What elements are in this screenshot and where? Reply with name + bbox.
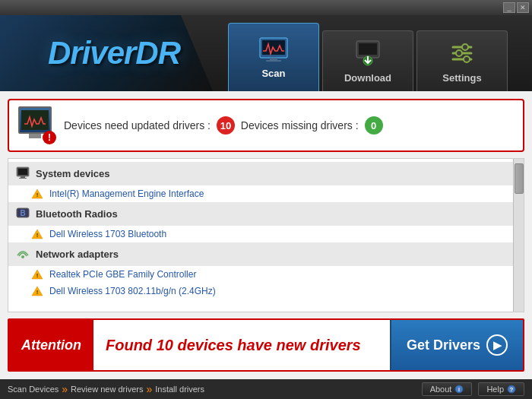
system-devices-icon: [16, 166, 30, 182]
nav-tabs: Scan Download: [228, 15, 508, 91]
category-bluetooth: B Bluetooth Radios: [8, 202, 524, 226]
svg-rect-16: [21, 176, 25, 178]
device-list-inner: System devices ! Intel(R) Management Eng…: [8, 159, 524, 302]
warning-icon: !: [31, 269, 43, 280]
about-label: About: [430, 385, 452, 394]
warning-icon: !: [31, 229, 43, 239]
breadcrumb-review: Review new drivers: [71, 385, 143, 394]
svg-text:!: !: [36, 192, 39, 198]
device-name: Dell Wireless 1703 Bluetooth: [49, 229, 166, 239]
bluetooth-icon: B: [16, 206, 30, 222]
breadcrumb-install: Install drivers: [155, 385, 204, 394]
attention-bar: Attention Found 10 devices have new driv…: [8, 318, 524, 372]
title-bar: _ ✕: [0, 0, 532, 15]
download-tab-label: Download: [344, 72, 391, 84]
breadcrumb-separator-1: »: [62, 383, 68, 395]
svg-text:B: B: [20, 209, 25, 217]
svg-text:?: ?: [510, 386, 514, 393]
scrollbar-thumb[interactable]: [515, 163, 524, 194]
help-button[interactable]: Help ?: [478, 382, 524, 396]
content-area: ! Devices need updated drivers : 10 Devi…: [0, 91, 532, 379]
scan-tab-icon: [258, 36, 289, 65]
status-bar: ! Devices need updated drivers : 10 Devi…: [8, 99, 524, 152]
tab-download[interactable]: Download: [322, 30, 413, 91]
svg-rect-15: [18, 169, 27, 175]
breadcrumb-separator-2: »: [146, 383, 152, 395]
list-item[interactable]: ! Realtek PCIe GBE Family Controller: [8, 266, 524, 283]
device-list: System devices ! Intel(R) Management Eng…: [8, 158, 524, 312]
main-window: DriverDR Scan: [0, 15, 532, 399]
list-item[interactable]: ! Intel(R) Management Engine Interface: [8, 185, 524, 202]
svg-rect-3: [266, 60, 281, 62]
svg-rect-5: [359, 43, 377, 55]
header: DriverDR Scan: [0, 15, 532, 91]
list-item[interactable]: ! Dell Wireless 1703 Bluetooth: [8, 226, 524, 242]
logo-area: DriverDR: [0, 15, 213, 91]
device-name: Intel(R) Management Engine Interface: [49, 188, 204, 199]
footer: Scan Devices » Review new drivers » Inst…: [0, 379, 532, 399]
logo-text: DriverDR: [48, 35, 180, 71]
network-icon: [16, 246, 30, 262]
warning-badge: !: [43, 131, 56, 144]
about-icon: i: [454, 385, 464, 394]
svg-text:!: !: [36, 289, 39, 296]
warning-icon: !: [31, 286, 43, 296]
scrollbar[interactable]: [513, 159, 524, 312]
tab-scan[interactable]: Scan: [228, 23, 319, 91]
get-drivers-button[interactable]: Get Drivers ▶: [390, 320, 523, 370]
arrow-circle-icon: ▶: [486, 334, 508, 356]
attention-label: Attention: [9, 320, 93, 370]
close-button[interactable]: ✕: [517, 2, 529, 13]
status-text: Devices need updated drivers : 10 Device…: [64, 116, 514, 135]
scan-tab-label: Scan: [261, 68, 285, 79]
svg-point-12: [456, 50, 462, 56]
device-name: Dell Wireless 1703 802.11b/g/n (2.4GHz): [49, 286, 216, 296]
minimize-button[interactable]: _: [503, 2, 515, 13]
svg-point-13: [464, 56, 470, 62]
devices-missing-label: Devices missing drivers :: [241, 119, 359, 131]
attention-message: Found 10 devices have new drivers: [93, 320, 390, 370]
svg-point-24: [21, 255, 24, 258]
list-item[interactable]: ! Dell Wireless 1703 802.11b/g/n (2.4GHz…: [8, 283, 524, 299]
get-drivers-label: Get Drivers: [407, 337, 480, 353]
footer-breadcrumb: Scan Devices » Review new drivers » Inst…: [8, 383, 204, 395]
svg-text:!: !: [36, 272, 39, 279]
help-icon: ?: [507, 385, 516, 394]
svg-text:!: !: [36, 232, 39, 239]
help-label: Help: [486, 385, 504, 394]
category-network: Network adapters: [8, 242, 524, 266]
svg-text:i: i: [458, 387, 460, 392]
update-count-badge: 10: [217, 116, 235, 135]
download-tab-icon: [353, 40, 382, 69]
system-devices-label: System devices: [36, 168, 110, 179]
device-name: Realtek PCIe GBE Family Controller: [49, 269, 196, 280]
category-system-devices: System devices: [8, 162, 524, 185]
warning-icon: !: [31, 188, 43, 199]
settings-tab-icon: [448, 40, 476, 69]
status-monitor-icon: !: [18, 106, 56, 144]
svg-rect-17: [19, 178, 27, 179]
tab-settings[interactable]: Settings: [416, 30, 508, 91]
settings-tab-label: Settings: [442, 72, 481, 84]
devices-need-update-label: Devices need updated drivers :: [64, 119, 211, 131]
missing-count-badge: 0: [365, 116, 383, 135]
about-button[interactable]: About i: [422, 382, 473, 396]
svg-point-11: [462, 44, 468, 50]
bluetooth-label: Bluetooth Radios: [36, 208, 118, 220]
breadcrumb-scan: Scan Devices: [8, 385, 59, 394]
network-label: Network adapters: [36, 249, 119, 260]
footer-right: About i Help ?: [422, 382, 524, 396]
